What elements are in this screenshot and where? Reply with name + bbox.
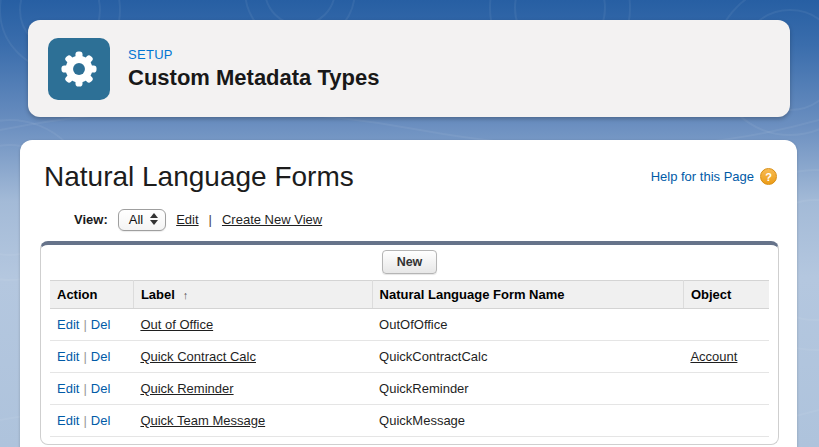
object-cell: Account — [683, 340, 769, 372]
row-form-name: QuickReminder — [379, 381, 469, 396]
row-edit-link[interactable]: Edit — [57, 349, 79, 364]
row-form-name: OutOfOffice — [379, 317, 447, 332]
setup-page-title: Custom Metadata Types — [128, 65, 379, 91]
row-form-name: QuickMessage — [379, 413, 465, 428]
action-separator: | — [83, 349, 86, 364]
label-cell: Out of Office — [133, 308, 372, 340]
action-cell: Edit|Del — [50, 372, 133, 404]
form-name-cell: QuickReminder — [372, 372, 683, 404]
list-toolbar: New — [50, 245, 769, 280]
table-row: Edit|Del Out of Office OutOfOffice — [50, 308, 769, 340]
new-button[interactable]: New — [382, 250, 438, 274]
main-content-card: Natural Language Forms Help for this Pag… — [20, 140, 797, 447]
view-select-dropdown[interactable]: All — [118, 209, 166, 231]
row-del-link[interactable]: Del — [91, 381, 111, 396]
object-cell — [683, 404, 769, 436]
row-del-link[interactable]: Del — [91, 413, 111, 428]
row-label-link[interactable]: Quick Contract Calc — [140, 349, 256, 364]
select-stepper-icon — [150, 213, 158, 225]
row-label-link[interactable]: Quick Team Message — [140, 413, 265, 428]
action-cell: Edit|Del — [50, 404, 133, 436]
list-view-container: New Action Label↑ Natural Language Form … — [40, 241, 779, 445]
sort-ascending-icon: ↑ — [183, 289, 189, 301]
help-question-icon[interactable]: ? — [760, 168, 777, 185]
table-row: Edit|Del Quick Reminder QuickReminder — [50, 372, 769, 404]
object-cell — [683, 372, 769, 404]
action-cell: Edit|Del — [50, 308, 133, 340]
setup-icon-tile — [48, 38, 110, 100]
column-header-form-name[interactable]: Natural Language Form Name — [372, 280, 683, 308]
row-edit-link[interactable]: Edit — [57, 413, 79, 428]
setup-header: SETUP Custom Metadata Types — [28, 20, 790, 117]
row-del-link[interactable]: Del — [91, 317, 111, 332]
form-name-cell: QuickContractCalc — [372, 340, 683, 372]
page-title: Natural Language Forms — [44, 162, 354, 193]
view-bar-separator: | — [209, 212, 212, 227]
help-link[interactable]: Help for this Page — [651, 169, 754, 184]
page-head: Natural Language Forms Help for this Pag… — [32, 156, 783, 193]
view-select-value: All — [129, 212, 143, 227]
object-cell — [683, 308, 769, 340]
help-for-this-page: Help for this Page ? — [651, 168, 777, 185]
view-bar: View: All Edit | Create New View — [74, 209, 783, 231]
table-row: Edit|Del Quick Team Message QuickMessage — [50, 404, 769, 436]
table-body: Edit|Del Out of Office OutOfOffice Edit|… — [50, 308, 769, 436]
action-cell: Edit|Del — [50, 340, 133, 372]
column-header-object[interactable]: Object — [683, 280, 769, 308]
page: { "header": { "eyebrow": "SETUP", "title… — [0, 0, 819, 447]
view-label: View: — [74, 212, 108, 227]
table-header-row: Action Label↑ Natural Language Form Name… — [50, 280, 769, 308]
label-cell: Quick Contract Calc — [133, 340, 372, 372]
column-header-action[interactable]: Action — [50, 280, 133, 308]
records-table: Action Label↑ Natural Language Form Name… — [50, 280, 769, 437]
label-cell: Quick Team Message — [133, 404, 372, 436]
row-form-name: QuickContractCalc — [379, 349, 487, 364]
action-separator: | — [83, 317, 86, 332]
label-cell: Quick Reminder — [133, 372, 372, 404]
form-name-cell: QuickMessage — [372, 404, 683, 436]
row-del-link[interactable]: Del — [91, 349, 111, 364]
gear-icon — [58, 48, 100, 90]
row-edit-link[interactable]: Edit — [57, 317, 79, 332]
action-separator: | — [83, 381, 86, 396]
column-header-label[interactable]: Label↑ — [133, 280, 372, 308]
setup-eyebrow: SETUP — [128, 47, 379, 62]
row-edit-link[interactable]: Edit — [57, 381, 79, 396]
row-label-link[interactable]: Quick Reminder — [140, 381, 233, 396]
row-label-link[interactable]: Out of Office — [140, 317, 213, 332]
form-name-cell: OutOfOffice — [372, 308, 683, 340]
create-new-view-link[interactable]: Create New View — [222, 212, 322, 227]
table-row: Edit|Del Quick Contract Calc QuickContra… — [50, 340, 769, 372]
action-separator: | — [83, 413, 86, 428]
row-object-link[interactable]: Account — [690, 349, 737, 364]
setup-header-text: SETUP Custom Metadata Types — [128, 47, 379, 91]
edit-view-link[interactable]: Edit — [176, 212, 198, 227]
